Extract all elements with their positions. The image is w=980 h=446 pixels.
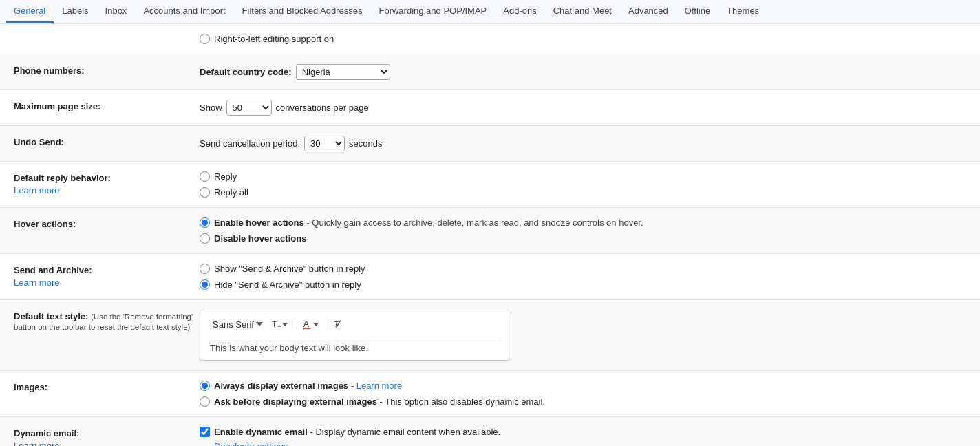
- settings-content: Right-to-left editing support on Phone n…: [0, 24, 980, 446]
- country-code-select[interactable]: Nigeria United States United Kingdom Can…: [296, 64, 390, 80]
- text-style-preview: This is what your body text will look li…: [210, 343, 499, 353]
- hide-send-archive-radio-item: Hide "Send & Archive" button in reply: [200, 279, 966, 290]
- row-images: Images: Always display external images -…: [0, 371, 980, 417]
- rtl-radio-item: Right-to-left editing support on: [200, 34, 966, 44]
- row-rtl: Right-to-left editing support on: [0, 24, 980, 54]
- tab-filters-blocked[interactable]: Filters and Blocked Addresses: [234, 0, 371, 23]
- disable-hover-radio[interactable]: [200, 233, 210, 244]
- row-phone-numbers: Phone numbers: Default country code: Nig…: [0, 54, 980, 90]
- ask-before-display-radio-item: Ask before displaying external images - …: [200, 396, 966, 407]
- default-reply-learn-more[interactable]: Learn more: [14, 185, 200, 195]
- ask-before-display-radio[interactable]: [200, 396, 210, 407]
- disable-hover-radio-item: Disable hover actions: [200, 233, 966, 244]
- enable-hover-desc: - Quickly gain access to archive, delete…: [306, 217, 643, 228]
- dynamic-email-checkbox[interactable]: [200, 427, 210, 437]
- settings-nav: General Labels Inbox Accounts and Import…: [0, 0, 980, 24]
- rtl-value: Right-to-left editing support on: [200, 34, 966, 44]
- undo-send-value: Send cancellation period: 5 10 20 30 sec…: [200, 136, 966, 151]
- always-display-radio[interactable]: [200, 381, 210, 391]
- images-label: Images:: [14, 381, 200, 392]
- default-reply-label: Default reply behavior: Learn more: [14, 171, 200, 195]
- always-display-label: Always display external images - Learn m…: [214, 381, 402, 391]
- text-style-box: Sans Serif TT A: [200, 310, 509, 361]
- show-send-archive-label: Show "Send & Archive" button in reply: [214, 264, 365, 274]
- hover-actions-value: Enable hover actions - Quickly gain acce…: [200, 217, 966, 244]
- tab-themes[interactable]: Themes: [718, 0, 767, 23]
- text-color-chevron: [313, 323, 319, 326]
- remove-formatting-icon: T: [333, 319, 344, 330]
- font-size-button[interactable]: TT: [268, 317, 290, 331]
- tab-inbox[interactable]: Inbox: [97, 0, 136, 23]
- send-archive-radio-group: Show "Send & Archive" button in reply Hi…: [200, 264, 966, 290]
- default-reply-value: Reply Reply all: [200, 171, 966, 198]
- default-reply-radio-group: Reply Reply all: [200, 171, 966, 198]
- default-text-style-value: Sans Serif TT A: [200, 310, 966, 361]
- tab-chat-meet[interactable]: Chat and Meet: [545, 0, 620, 23]
- toolbar-sep-1: [295, 319, 295, 330]
- font-size-icon: TT: [271, 319, 282, 330]
- show-label: Show: [200, 103, 222, 113]
- rtl-label: Right-to-left editing support on: [214, 34, 334, 44]
- reply-all-radio[interactable]: [200, 187, 210, 198]
- row-undo-send: Undo Send: Send cancellation period: 5 1…: [0, 126, 980, 162]
- enable-hover-label: Enable hover actions - Quickly gain acce…: [214, 217, 643, 228]
- dynamic-email-learn-more[interactable]: Learn more: [14, 440, 200, 446]
- cancellation-label: Send cancellation period:: [200, 138, 300, 149]
- tab-labels[interactable]: Labels: [54, 0, 96, 23]
- send-archive-learn-more[interactable]: Learn more: [14, 277, 200, 288]
- nav-wrapper: General Labels Inbox Accounts and Import…: [0, 0, 980, 24]
- hover-actions-radio-group: Enable hover actions - Quickly gain acce…: [200, 217, 966, 244]
- text-color-icon: A: [302, 319, 313, 330]
- row-dynamic-email: Dynamic email: Learn more Enable dynamic…: [0, 417, 980, 446]
- toolbar-sep-2: [326, 319, 326, 330]
- show-send-archive-radio[interactable]: [200, 264, 210, 274]
- undo-send-inline: Send cancellation period: 5 10 20 30 sec…: [200, 136, 966, 151]
- send-archive-label: Send and Archive: Learn more: [14, 264, 200, 288]
- send-archive-value: Show "Send & Archive" button in reply Hi…: [200, 264, 966, 290]
- cancellation-period-select[interactable]: 5 10 20 30: [304, 136, 345, 151]
- reply-label: Reply: [214, 171, 237, 182]
- dynamic-email-checkbox-label: Enable dynamic email - Display dynamic e…: [214, 427, 500, 437]
- font-family-button[interactable]: Sans Serif: [210, 318, 266, 331]
- reply-all-radio-item: Reply all: [200, 187, 966, 198]
- row-hover-actions: Hover actions: Enable hover actions - Qu…: [0, 208, 980, 254]
- tab-general[interactable]: General: [6, 0, 54, 23]
- rtl-radio[interactable]: [200, 34, 210, 44]
- text-color-button[interactable]: A: [299, 317, 321, 331]
- phone-numbers-inline: Default country code: Nigeria United Sta…: [200, 64, 966, 80]
- hover-actions-label: Hover actions:: [14, 217, 200, 229]
- tab-forwarding-pop[interactable]: Forwarding and POP/IMAP: [370, 0, 495, 23]
- page-size-inline: Show 10 15 20 25 50 100 conversations pe…: [200, 100, 966, 116]
- remove-formatting-button[interactable]: T: [330, 317, 347, 331]
- page-size-select[interactable]: 10 15 20 25 50 100: [226, 100, 272, 116]
- disable-hover-label: Disable hover actions: [214, 233, 306, 244]
- dynamic-email-label: Dynamic email: Learn more: [14, 427, 200, 446]
- svg-rect-3: [303, 328, 311, 329]
- default-text-style-label: Default text style: (Use the 'Remove for…: [14, 310, 200, 332]
- images-value: Always display external images - Learn m…: [200, 381, 966, 407]
- developer-settings-link[interactable]: Developer settings: [214, 441, 288, 446]
- dynamic-email-checkbox-item: Enable dynamic email - Display dynamic e…: [200, 427, 966, 437]
- svg-text:T: T: [272, 320, 277, 328]
- reply-radio[interactable]: [200, 171, 210, 182]
- always-display-radio-item: Always display external images - Learn m…: [200, 381, 966, 391]
- undo-send-label: Undo Send:: [14, 136, 200, 147]
- tab-offline[interactable]: Offline: [677, 0, 718, 23]
- seconds-label: seconds: [349, 138, 382, 149]
- hide-send-archive-label: Hide "Send & Archive" button in reply: [214, 279, 361, 290]
- tab-accounts-import[interactable]: Accounts and Import: [135, 0, 233, 23]
- dynamic-email-value: Enable dynamic email - Display dynamic e…: [200, 427, 966, 446]
- images-learn-more[interactable]: Learn more: [356, 381, 402, 391]
- tab-addons[interactable]: Add-ons: [495, 0, 544, 23]
- show-send-archive-radio-item: Show "Send & Archive" button in reply: [200, 264, 966, 274]
- row-send-archive: Send and Archive: Learn more Show "Send …: [0, 254, 980, 300]
- max-page-size-value: Show 10 15 20 25 50 100 conversations pe…: [200, 100, 966, 116]
- images-radio-group: Always display external images - Learn m…: [200, 381, 966, 407]
- row-default-text-style: Default text style: (Use the 'Remove for…: [0, 300, 980, 371]
- hide-send-archive-radio[interactable]: [200, 279, 210, 290]
- enable-hover-radio[interactable]: [200, 217, 210, 228]
- default-country-code-label: Default country code:: [200, 67, 292, 77]
- tab-advanced[interactable]: Advanced: [620, 0, 677, 23]
- font-family-label: Sans Serif: [213, 319, 254, 330]
- row-default-reply: Default reply behavior: Learn more Reply…: [0, 162, 980, 208]
